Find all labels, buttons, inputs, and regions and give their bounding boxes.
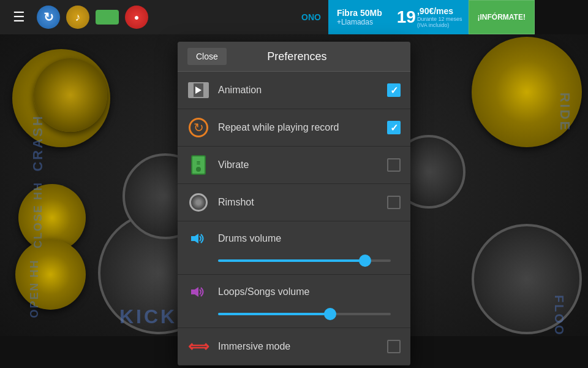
drums-volume-icon <box>187 228 209 250</box>
loops-volume-row: Loops/Songs volume <box>178 275 410 328</box>
immersive-checkbox[interactable] <box>387 340 401 353</box>
volume-blue-svg <box>189 231 208 246</box>
loops-volume-icon <box>187 281 209 303</box>
arrows-red-icon: ⟺ <box>188 338 209 355</box>
repeat-row: ↻ Repeat while playing record ✓ <box>178 109 410 147</box>
rimshot-icon <box>187 191 209 213</box>
modal-overlay: Close Preferences Animation ✓ ↻ <box>0 0 588 368</box>
vibrate-label: Vibrate <box>218 159 387 171</box>
drums-volume-row: Drums volume <box>178 221 410 275</box>
close-button[interactable]: Close <box>187 48 227 65</box>
loops-volume-thumb[interactable] <box>324 308 336 320</box>
vibrate-row: ≡ Vibrate <box>178 147 410 184</box>
animation-label: Animation <box>218 85 387 96</box>
preferences-header: Close Preferences <box>178 42 410 72</box>
svg-marker-0 <box>191 234 198 243</box>
preferences-panel: Close Preferences Animation ✓ ↻ <box>178 42 410 366</box>
repeat-label: Repeat while playing record <box>218 122 387 133</box>
drums-volume-thumb[interactable] <box>359 255 371 267</box>
animation-row: Animation ✓ <box>178 72 410 109</box>
loops-volume-header: Loops/Songs volume <box>187 281 401 303</box>
animation-checkbox[interactable]: ✓ <box>387 83 401 97</box>
vibrate-icon: ≡ <box>187 154 209 176</box>
loops-volume-label: Loops/Songs volume <box>218 286 401 297</box>
repeat-icon: ↻ <box>187 117 209 139</box>
animation-icon <box>187 79 209 101</box>
svg-marker-1 <box>191 287 198 297</box>
rimshot-row: Rimshot <box>178 184 410 221</box>
drums-volume-header: Drums volume <box>187 228 401 250</box>
rimshot-label: Rimshot <box>218 197 387 208</box>
repeat-checkmark: ✓ <box>390 122 398 134</box>
immersive-row: ⟺ Immersive mode <box>178 328 410 366</box>
repeat-checkbox[interactable]: ✓ <box>387 121 401 134</box>
animation-checkmark: ✓ <box>390 85 398 96</box>
drums-volume-label: Drums volume <box>218 233 401 244</box>
immersive-icon: ⟺ <box>187 335 209 358</box>
vibrate-checkbox[interactable] <box>387 158 401 172</box>
preferences-title: Preferences <box>236 50 358 63</box>
volume-purple-svg <box>189 285 208 299</box>
immersive-label: Immersive mode <box>218 341 387 352</box>
rimshot-checkbox[interactable] <box>387 196 401 209</box>
